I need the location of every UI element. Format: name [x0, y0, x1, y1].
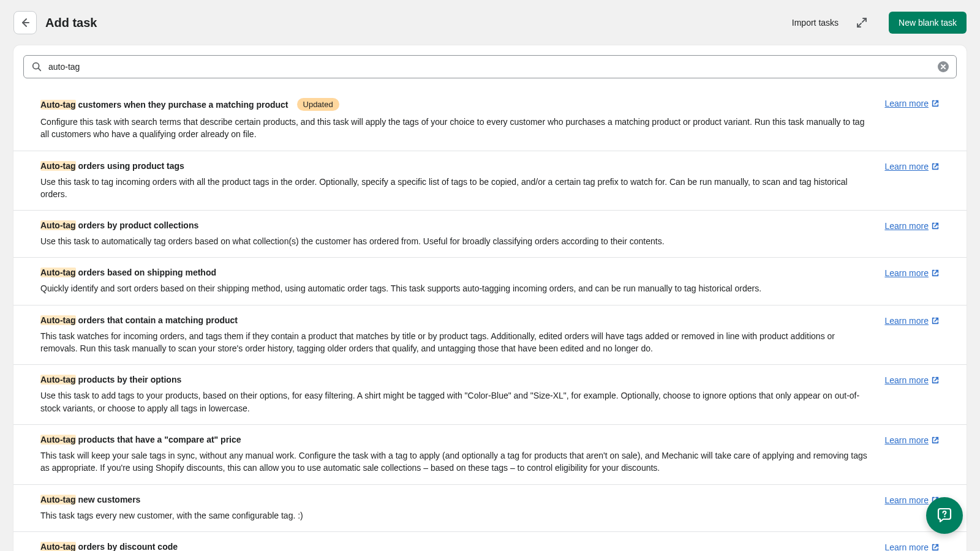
search-container: [13, 45, 967, 87]
task-title: Auto-tag products that have a "compare a…: [40, 435, 241, 444]
task-title-row: Auto-tag orders that contain a matching …: [40, 315, 870, 325]
learn-more-link[interactable]: Learn more: [884, 99, 940, 108]
task-title-row: Auto-tag orders by discount code: [40, 542, 870, 551]
task-result[interactable]: Auto-tag orders by product collectionsUs…: [13, 210, 967, 257]
task-description: This task watches for incoming orders, a…: [40, 330, 870, 355]
page-header: Add task Import tasks New blank task: [0, 0, 980, 45]
task-result-main: Auto-tag products that have a "compare a…: [40, 435, 870, 474]
task-result[interactable]: Auto-tag customers when they purchase a …: [13, 88, 967, 151]
learn-more-link[interactable]: Learn more: [884, 316, 940, 326]
task-title: Auto-tag products by their options: [40, 375, 181, 384]
task-title-row: Auto-tag orders based on shipping method: [40, 268, 870, 277]
task-title-highlight: Auto-tag: [40, 220, 76, 230]
learn-more-label: Learn more: [884, 162, 929, 171]
learn-more-label: Learn more: [884, 375, 929, 385]
learn-more-link[interactable]: Learn more: [884, 542, 940, 551]
learn-more-label: Learn more: [884, 495, 929, 505]
updated-badge: Updated: [297, 98, 339, 111]
task-result-main: Auto-tag products by their optionsUse th…: [40, 375, 870, 414]
learn-more-link[interactable]: Learn more: [884, 375, 940, 385]
search-input[interactable]: [48, 62, 932, 72]
learn-more-link[interactable]: Learn more: [884, 435, 940, 445]
search-field[interactable]: [23, 55, 957, 78]
task-title: Auto-tag orders by discount code: [40, 542, 178, 551]
task-title-highlight: Auto-tag: [40, 100, 76, 110]
task-result-main: Auto-tag orders by discount code: [40, 542, 870, 551]
task-description: Quickly identify and sort orders based o…: [40, 282, 870, 294]
task-title-rest: new customers: [76, 495, 141, 504]
task-title-row: Auto-tag customers when they purchase a …: [40, 98, 870, 111]
svg-point-1: [944, 515, 945, 517]
task-description: This task tags every new customer, with …: [40, 509, 870, 522]
task-title-rest: orders using product tags: [76, 161, 184, 171]
expand-button[interactable]: [856, 17, 868, 29]
task-result[interactable]: Auto-tag orders using product tagsUse th…: [13, 151, 967, 211]
external-link-icon: [931, 269, 940, 277]
back-button[interactable]: [13, 11, 37, 34]
results-list: Auto-tag customers when they purchase a …: [13, 88, 967, 551]
task-title-row: Auto-tag orders by product collections: [40, 220, 870, 230]
learn-more-label: Learn more: [884, 221, 929, 231]
learn-more-link[interactable]: Learn more: [884, 221, 940, 231]
close-icon: [940, 64, 946, 70]
task-title: Auto-tag customers when they purchase a …: [40, 100, 288, 110]
task-result-main: Auto-tag new customersThis task tags eve…: [40, 495, 870, 522]
task-title: Auto-tag orders based on shipping method: [40, 268, 216, 277]
external-link-icon: [931, 436, 940, 444]
task-title: Auto-tag orders by product collections: [40, 220, 198, 230]
task-description: Use this task to automatically tag order…: [40, 235, 870, 247]
task-title-row: Auto-tag products that have a "compare a…: [40, 435, 870, 444]
external-link-icon: [931, 376, 940, 384]
task-title-rest: customers when they purchase a matching …: [76, 100, 288, 110]
task-result-main: Auto-tag orders that contain a matching …: [40, 315, 870, 355]
external-link-icon: [931, 99, 940, 108]
task-title-rest: orders by discount code: [76, 542, 178, 551]
task-description: This task will keep your sale tags in sy…: [40, 449, 870, 474]
task-result-main: Auto-tag orders by product collectionsUs…: [40, 220, 870, 247]
task-title-highlight: Auto-tag: [40, 375, 76, 384]
task-description: Configure this task with search terms th…: [40, 116, 870, 141]
task-title-highlight: Auto-tag: [40, 435, 76, 444]
chat-widget-button[interactable]: [926, 497, 963, 534]
clear-search-button[interactable]: [938, 61, 949, 72]
task-title-rest: products by their options: [76, 375, 182, 384]
task-title: Auto-tag orders using product tags: [40, 161, 184, 171]
task-result-main: Auto-tag customers when they purchase a …: [40, 98, 870, 141]
task-result-main: Auto-tag orders based on shipping method…: [40, 268, 870, 294]
task-result[interactable]: Auto-tag products by their optionsUse th…: [13, 364, 967, 424]
import-tasks-link[interactable]: Import tasks: [792, 18, 839, 28]
learn-more-label: Learn more: [884, 316, 929, 326]
task-title-highlight: Auto-tag: [40, 495, 76, 504]
learn-more-link[interactable]: Learn more: [884, 268, 940, 278]
task-title-rest: orders by product collections: [76, 220, 199, 230]
search-icon: [31, 61, 42, 72]
task-title-highlight: Auto-tag: [40, 161, 76, 171]
task-result[interactable]: Auto-tag orders based on shipping method…: [13, 257, 967, 304]
task-description: Use this task to tag incoming orders wit…: [40, 176, 870, 201]
task-result[interactable]: Auto-tag new customersThis task tags eve…: [13, 484, 967, 531]
learn-more-link[interactable]: Learn more: [884, 162, 940, 171]
task-result-main: Auto-tag orders using product tagsUse th…: [40, 161, 870, 201]
task-title: Auto-tag new customers: [40, 495, 140, 504]
expand-icon: [856, 17, 867, 28]
arrow-left-icon: [19, 17, 31, 29]
task-result[interactable]: Auto-tag orders that contain a matching …: [13, 305, 967, 365]
learn-more-label: Learn more: [884, 542, 929, 551]
learn-more-label: Learn more: [884, 435, 929, 445]
task-title-highlight: Auto-tag: [40, 315, 76, 325]
task-title-rest: orders based on shipping method: [76, 268, 216, 277]
task-result[interactable]: Auto-tag products that have a "compare a…: [13, 424, 967, 484]
task-library-card: Auto-tag customers when they purchase a …: [13, 45, 967, 551]
task-title-highlight: Auto-tag: [40, 268, 76, 277]
task-title: Auto-tag orders that contain a matching …: [40, 315, 238, 325]
learn-more-label: Learn more: [884, 268, 929, 278]
task-title-rest: orders that contain a matching product: [76, 315, 238, 325]
external-link-icon: [931, 543, 940, 551]
chat-help-icon: [935, 506, 954, 525]
task-result[interactable]: Auto-tag orders by discount codeLearn mo…: [13, 531, 967, 551]
learn-more-label: Learn more: [884, 99, 929, 108]
new-blank-task-button[interactable]: New blank task: [889, 12, 967, 34]
external-link-icon: [931, 317, 940, 325]
task-title-row: Auto-tag new customers: [40, 495, 870, 504]
external-link-icon: [931, 162, 940, 171]
